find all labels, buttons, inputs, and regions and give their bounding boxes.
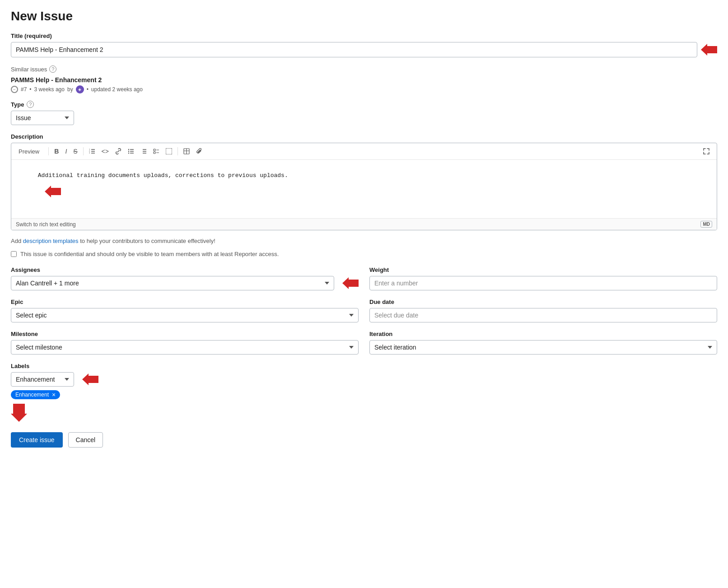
- milestone-select[interactable]: Select milestone: [11, 340, 359, 355]
- description-content[interactable]: Additional training documents uploads, c…: [11, 160, 717, 218]
- down-arrow-icon: [11, 404, 717, 423]
- strikethrough-button[interactable]: S: [70, 146, 80, 157]
- svg-rect-18: [154, 152, 155, 154]
- labels-label: Labels: [11, 363, 717, 369]
- issue-number: #7: [21, 86, 27, 93]
- toolbar-divider-2: [83, 147, 84, 155]
- confidential-label: This issue is confidential and should on…: [20, 251, 279, 257]
- rich-text-toggle[interactable]: Switch to rich text editing: [16, 221, 76, 228]
- type-select[interactable]: Issue Incident Task Feature: [11, 111, 74, 125]
- toolbar-divider-3: [177, 147, 178, 155]
- type-help-icon[interactable]: ?: [27, 101, 34, 108]
- description-label: Description: [11, 133, 717, 140]
- due-date-label: Due date: [369, 299, 717, 305]
- assignees-select[interactable]: Alan Cantrell + 1 more: [11, 276, 334, 290]
- numbered-list-button[interactable]: [138, 146, 149, 156]
- description-section: Description Preview B I S 123 <>: [11, 133, 717, 230]
- milestone-field: Milestone Select milestone: [11, 331, 359, 355]
- title-arrow-icon: [701, 44, 717, 56]
- ordered-list-button[interactable]: 123: [86, 146, 98, 156]
- badge-remove-button[interactable]: ×: [52, 392, 56, 398]
- similar-issues-help-icon[interactable]: ?: [49, 65, 56, 73]
- svg-marker-25: [342, 277, 359, 289]
- assignees-field: Assignees Alan Cantrell + 1 more: [11, 266, 359, 290]
- epic-select[interactable]: Select epic: [11, 308, 359, 322]
- type-section: Type ? Issue Incident Task Feature: [11, 101, 717, 125]
- milestone-label: Milestone: [11, 331, 359, 337]
- page-title: New Issue: [11, 9, 717, 23]
- preview-button[interactable]: Preview: [16, 147, 42, 156]
- due-date-input[interactable]: [369, 308, 717, 322]
- code-button[interactable]: <>: [99, 146, 112, 157]
- description-editor: Preview B I S 123 <>: [11, 143, 717, 230]
- due-date-field: Due date: [369, 299, 717, 322]
- link-button[interactable]: [112, 146, 124, 156]
- weight-label: Weight: [369, 266, 717, 273]
- assignees-weight-row: Assignees Alan Cantrell + 1 more Weight: [11, 266, 717, 290]
- svg-marker-0: [701, 44, 717, 56]
- title-section: Title (required): [11, 33, 717, 57]
- assignees-label: Assignees: [11, 266, 359, 273]
- issue-author-avatar: ◈: [76, 85, 84, 93]
- iteration-label: Iteration: [369, 331, 717, 337]
- issue-status-icon: −: [11, 86, 18, 93]
- iteration-select[interactable]: Select iteration: [369, 340, 717, 355]
- confidential-row: This issue is confidential and should on…: [11, 251, 717, 257]
- indent-button[interactable]: [163, 146, 175, 156]
- attach-button[interactable]: [193, 146, 205, 156]
- labels-section: Labels Enhancement Enhancement ×: [11, 363, 717, 423]
- editor-toolbar: Preview B I S 123 <>: [11, 143, 717, 160]
- description-templates-link[interactable]: description templates: [23, 238, 79, 244]
- svg-point-8: [128, 151, 129, 152]
- cancel-button[interactable]: Cancel: [68, 432, 103, 448]
- svg-marker-24: [45, 186, 61, 197]
- title-label: Title (required): [11, 33, 717, 39]
- bold-button[interactable]: B: [51, 146, 61, 157]
- labels-arrow-icon: [82, 373, 98, 385]
- similar-issues-section: Similar issues ? PAMMS Help - Enhancemen…: [11, 65, 717, 93]
- iteration-field: Iteration Select iteration: [369, 331, 717, 355]
- table-button[interactable]: [181, 146, 192, 156]
- toolbar-divider-1: [48, 147, 49, 155]
- italic-button[interactable]: I: [62, 146, 70, 157]
- actions-row: Create issue Cancel: [11, 432, 717, 448]
- svg-text:3: 3: [89, 152, 90, 154]
- similar-issue-title: PAMMS Help - Enhancement 2: [11, 76, 717, 84]
- editor-footer: Switch to rich text editing MD: [11, 218, 717, 230]
- issue-updated: updated 2 weeks ago: [91, 86, 143, 93]
- similar-issues-label: Similar issues ?: [11, 65, 717, 73]
- labels-select[interactable]: Enhancement: [11, 372, 74, 387]
- epic-field: Epic Select epic: [11, 299, 359, 322]
- weight-field: Weight: [369, 266, 717, 290]
- milestone-iteration-row: Milestone Select milestone Iteration Sel…: [11, 331, 717, 355]
- type-label: Type ?: [11, 101, 717, 108]
- confidential-checkbox[interactable]: [11, 251, 17, 257]
- badge-text: Enhancement: [15, 392, 49, 398]
- create-issue-button[interactable]: Create issue: [11, 432, 63, 448]
- epic-label: Epic: [11, 299, 359, 305]
- svg-point-9: [128, 153, 129, 154]
- bullet-list-button[interactable]: [125, 146, 137, 156]
- similar-issue-meta: − #7 • 3 weeks ago by ◈ • updated 2 week…: [11, 85, 717, 93]
- enhancement-badge: Enhancement ×: [11, 390, 60, 399]
- svg-rect-16: [154, 149, 155, 151]
- checklist-button[interactable]: [150, 146, 162, 156]
- assignees-arrow-icon: [342, 277, 359, 289]
- template-text: Add description templates to help your c…: [11, 238, 717, 244]
- epic-duedate-row: Epic Select epic Due date: [11, 299, 717, 322]
- weight-input[interactable]: [369, 276, 717, 290]
- svg-point-7: [128, 149, 129, 150]
- fullscreen-button[interactable]: [700, 146, 712, 156]
- svg-rect-20: [166, 148, 172, 154]
- svg-marker-26: [82, 373, 98, 385]
- title-input[interactable]: [11, 42, 697, 57]
- issue-time-ago: 3 weeks ago: [34, 86, 65, 93]
- svg-marker-27: [11, 404, 27, 422]
- description-arrow-icon: [17, 192, 61, 206]
- labels-select-wrapper: Enhancement: [11, 372, 717, 387]
- markdown-icon: MD: [700, 221, 712, 228]
- similar-issue-item: PAMMS Help - Enhancement 2 − #7 • 3 week…: [11, 76, 717, 93]
